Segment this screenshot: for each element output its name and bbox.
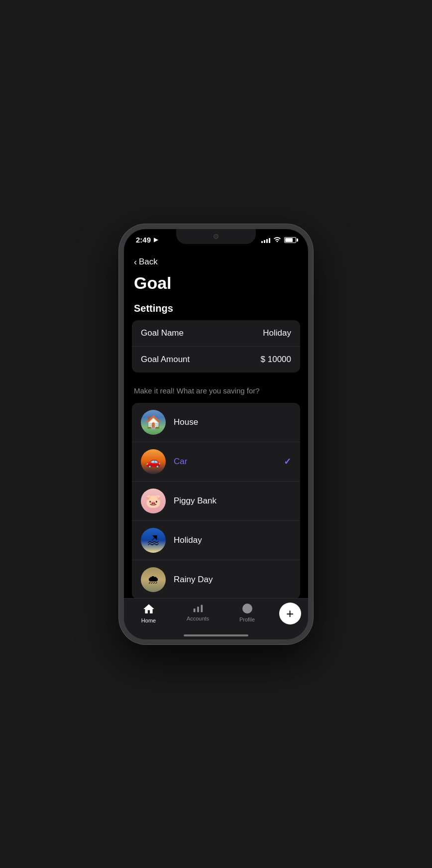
- goal-item-holiday[interactable]: Holiday: [132, 520, 300, 560]
- goal-item-car[interactable]: Car ✓: [132, 442, 300, 481]
- tab-home[interactable]: Home: [131, 603, 166, 623]
- fab-button[interactable]: +: [279, 603, 301, 624]
- avatar-piggy: [141, 489, 166, 513]
- wifi-icon: [273, 236, 281, 244]
- battery-fill: [285, 238, 293, 242]
- goal-amount-label: Goal Amount: [141, 355, 190, 365]
- goal-list: House Car ✓ Piggy Bank Holiday: [132, 403, 300, 599]
- page-title: Goal: [124, 271, 308, 303]
- avatar-car: [141, 449, 166, 474]
- prompt-text: Make it real! What are you saving for?: [124, 372, 308, 403]
- location-icon: ▶: [154, 237, 158, 243]
- phone-frame: 2:49 ▶: [119, 224, 313, 644]
- bar-1: [261, 241, 263, 243]
- goal-name-holiday: Holiday: [174, 535, 291, 545]
- goal-item-house[interactable]: House: [132, 403, 300, 442]
- avatar-rainy: [141, 567, 166, 592]
- svg-rect-1: [197, 607, 199, 612]
- tab-bar: Home Accounts Profile: [124, 598, 308, 639]
- camera: [214, 234, 218, 239]
- check-icon: ✓: [284, 456, 291, 467]
- goal-name-rainy: Rainy Day: [174, 575, 291, 585]
- goal-amount-value: $ 10000: [261, 355, 291, 365]
- bar-3: [266, 239, 268, 243]
- tab-accounts[interactable]: Accounts: [181, 603, 216, 621]
- goal-name-row[interactable]: Goal Name Holiday: [132, 320, 300, 346]
- tab-accounts-label: Accounts: [187, 616, 209, 621]
- accounts-icon: [193, 603, 204, 614]
- bar-4: [269, 238, 270, 243]
- svg-rect-2: [201, 605, 203, 612]
- screen: 2:49 ▶: [124, 229, 308, 639]
- bar-2: [264, 240, 265, 243]
- signal-bars: [261, 237, 270, 243]
- back-chevron-icon: ‹: [134, 257, 137, 267]
- avatar-holiday: [141, 528, 166, 553]
- tab-profile[interactable]: Profile: [230, 603, 265, 622]
- goal-name-car: Car: [174, 457, 276, 467]
- goal-name-piggy: Piggy Bank: [174, 496, 291, 506]
- goal-item-rainy[interactable]: Rainy Day: [132, 560, 300, 599]
- status-time: 2:49 ▶: [136, 236, 158, 244]
- status-icons: [261, 236, 296, 244]
- goal-name-label: Goal Name: [141, 328, 184, 338]
- goal-amount-row[interactable]: Goal Amount $ 10000: [132, 346, 300, 372]
- battery-icon: [284, 237, 296, 243]
- goal-name-value: Holiday: [263, 328, 291, 338]
- fab-plus-icon: +: [286, 607, 294, 620]
- profile-icon: [241, 603, 253, 615]
- avatar-house: [141, 410, 166, 435]
- notch: [176, 229, 256, 244]
- tab-profile-label: Profile: [239, 617, 255, 622]
- tab-home-label: Home: [141, 618, 156, 623]
- svg-point-4: [246, 606, 249, 609]
- home-indicator: [184, 634, 248, 636]
- time-text: 2:49: [136, 236, 151, 244]
- content-area: ‹ Back Goal Settings Goal Name Holiday G…: [124, 229, 308, 639]
- goal-item-piggy[interactable]: Piggy Bank: [132, 481, 300, 520]
- svg-rect-0: [193, 608, 195, 612]
- back-label: Back: [139, 257, 158, 267]
- back-button[interactable]: ‹ Back: [124, 251, 308, 271]
- settings-card: Goal Name Holiday Goal Amount $ 10000: [132, 320, 300, 372]
- settings-header: Settings: [124, 303, 308, 320]
- home-icon: [142, 603, 155, 616]
- goal-name-house: House: [174, 417, 291, 427]
